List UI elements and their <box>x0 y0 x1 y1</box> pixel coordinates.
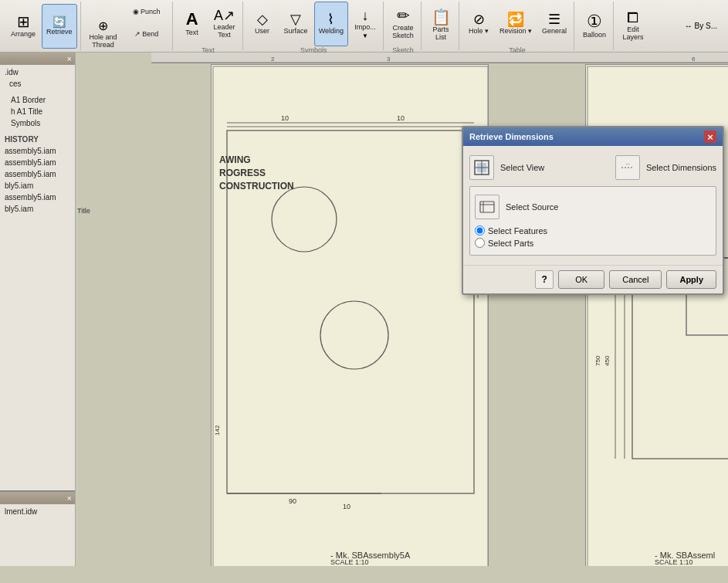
panel-content: .idw ces A1 Border h A1 Title Symbols HI… <box>0 65 75 490</box>
panel2-header: × <box>0 490 75 504</box>
hole-thread-icon: ⊕ <box>98 20 108 32</box>
drawing-line1: AWING <box>219 154 294 167</box>
revision-icon: 🔁 <box>507 12 524 26</box>
balloon-label: Balloon <box>583 32 606 39</box>
panel-item-asm5[interactable]: assembly5.iam <box>2 192 73 203</box>
main-layout: × .idw ces A1 Border h A1 Title Symbols … <box>0 53 728 566</box>
dialog-title-bar: Retrieve Dimensions × <box>463 127 723 146</box>
retrieve-btn[interactable]: 🔄 Retrieve <box>42 4 77 49</box>
surface-btn[interactable]: ▽ Surface <box>279 2 313 46</box>
edit-layers-icon: ⧠ <box>626 11 640 25</box>
hole-table-btn[interactable]: ⊘ Hole ▾ <box>463 2 494 46</box>
cancel-btn[interactable]: Cancel <box>609 270 662 289</box>
panel-close-btn[interactable]: × <box>67 54 72 63</box>
help-icon: ? <box>542 274 547 285</box>
parts-list-label: PartsList <box>432 26 449 42</box>
revision-label: Revision ▾ <box>499 28 532 36</box>
ok-btn[interactable]: OK <box>558 270 604 289</box>
balloon-btn[interactable]: ① Balloon <box>578 4 611 49</box>
select-features-radio[interactable] <box>475 225 485 236</box>
panel-item-asm3[interactable]: assembly5.iam <box>2 168 73 180</box>
bend-btn[interactable]: ↗ Bend <box>124 24 170 46</box>
sketch-items: ✏ CreateSketch <box>388 2 418 46</box>
panel-item-asm1[interactable]: assembly5.iam <box>2 145 73 157</box>
apply-btn[interactable]: Apply <box>666 270 716 289</box>
panel-item-ces[interactable]: ces <box>2 78 73 90</box>
leader-text-icon: A↗ <box>214 8 235 22</box>
import-dropdown-icon: ▼ <box>362 32 368 39</box>
panel-item-a1-title[interactable]: h A1 Title <box>2 106 73 117</box>
right-drawing-scale: SCALE 1:10 <box>655 558 693 566</box>
svg-text:450: 450 <box>604 355 611 366</box>
svg-text:90: 90 <box>289 497 296 505</box>
general-btn[interactable]: ☰ General <box>537 2 571 46</box>
title-label[interactable]: Title <box>77 207 90 215</box>
select-dimensions-label: Select Dimensions <box>646 163 716 172</box>
select-source-header-row: Select Source <box>475 192 711 222</box>
leader-text-btn[interactable]: A↗ LeaderText <box>209 2 240 46</box>
panel-item-a1-border[interactable]: A1 Border <box>2 94 73 106</box>
svg-rect-4 <box>213 66 488 566</box>
panel-history-title: HISTORY <box>2 134 73 145</box>
hole-thread-btn[interactable]: ⊕ Hole andThread <box>85 12 122 57</box>
select-parts-label: Select Parts <box>488 239 533 248</box>
user-btn[interactable]: ◇ User <box>247 2 278 46</box>
scale-label2: SCALE 1:10 <box>655 558 693 566</box>
retrieve-icon: 🔄 <box>52 16 66 27</box>
edit-layers-items: ⧠ EditLayers <box>618 2 648 50</box>
punch-btn[interactable]: ◉ Punch <box>124 2 170 23</box>
panel2-content: lment.idw <box>0 504 75 566</box>
panel-item-idw[interactable]: .idw <box>2 66 73 78</box>
ruler-top-svg: 2 3 6 <box>151 53 728 63</box>
table-group: ⊘ Hole ▾ 🔁 Revision ▾ ☰ General Table <box>461 2 574 50</box>
select-dimensions-icon: ↔ <box>619 159 636 176</box>
svg-text:↔: ↔ <box>625 161 631 168</box>
dialog-close-btn[interactable]: × <box>704 130 716 143</box>
panel2-close-btn[interactable]: × <box>67 493 72 503</box>
parts-list-section-label <box>425 49 456 50</box>
text-btn[interactable]: A Text <box>177 2 208 46</box>
surface-icon: ▽ <box>290 12 301 26</box>
symbols-group: ◇ User ▽ Surface ⌇ Welding ↓ Impo... ▼ S… <box>245 2 384 50</box>
panel-item-asm4[interactable]: bly5.iam <box>2 180 73 192</box>
panel2-item-idw[interactable]: lment.idw <box>2 506 73 517</box>
scale-label: SCALE 1:10 <box>330 558 369 566</box>
parts-list-icon: 📋 <box>432 9 451 25</box>
arrange-label: Arrange <box>11 31 36 39</box>
edit-layers-btn[interactable]: ⧠ EditLayers <box>618 4 648 49</box>
table-items: ⊘ Hole ▾ 🔁 Revision ▾ ☰ General <box>463 2 571 46</box>
toolbar-group-arrange: ⊞ Arrange 🔄 Retrieve <box>3 2 81 50</box>
drawing-scale: SCALE 1:10 <box>330 558 369 566</box>
hole-thread-label: Hole andThread <box>90 34 117 49</box>
leader-text-label: LeaderText <box>214 24 235 39</box>
retrieve-dimensions-dialog: Retrieve Dimensions × Sel <box>462 126 724 295</box>
select-source-label: Select Source <box>506 202 558 212</box>
welding-btn[interactable]: ⌇ Welding <box>314 2 348 46</box>
edit-layers-group: ⧠ EditLayers <box>615 2 651 50</box>
toolbar: ⊞ Arrange 🔄 Retrieve ⊕ Hole andThread ◉ … <box>0 0 728 53</box>
select-view-btn[interactable] <box>469 155 494 180</box>
select-view-label: Select View <box>500 163 544 172</box>
parts-list-btn[interactable]: 📋 PartsList <box>425 3 456 48</box>
select-parts-radio[interactable] <box>475 238 485 248</box>
select-dimensions-btn[interactable]: ↔ <box>615 155 640 180</box>
text-items: A Text A↗ LeaderText <box>177 2 240 46</box>
left-panel: × .idw ces A1 Border h A1 Title Symbols … <box>0 53 76 566</box>
main-drawing-paper: 10 10 217 90 142 10 AWING ROGRESS CON <box>211 64 489 566</box>
revision-btn[interactable]: 🔁 Revision ▾ <box>495 2 537 46</box>
select-features-label: Select Features <box>488 226 547 236</box>
arrange-btn[interactable]: ⊞ Arrange <box>6 4 40 49</box>
select-source-group: Select Source Select Features Select Par… <box>469 186 716 256</box>
dialog-help-btn[interactable]: ? <box>535 270 554 289</box>
symbols-items: ◇ User ▽ Surface ⌇ Welding ↓ Impo... ▼ <box>247 2 381 46</box>
select-source-icon-btn[interactable] <box>475 195 499 219</box>
panel-item-asm2[interactable]: assembly5.iam <box>2 157 73 168</box>
panel-item-symbols[interactable]: Symbols <box>2 117 73 129</box>
balloon-group: ① Balloon <box>576 2 614 50</box>
import-btn[interactable]: ↓ Impo... ▼ <box>350 2 381 46</box>
arrange-dropdown-btn[interactable]: ↔ By S... <box>680 15 722 38</box>
panel-item-asm6[interactable]: bly5.iam <box>2 203 73 215</box>
create-sketch-btn[interactable]: ✏ CreateSketch <box>388 2 418 46</box>
text-icon: A <box>186 11 198 28</box>
import-label: Impo... <box>354 24 376 32</box>
